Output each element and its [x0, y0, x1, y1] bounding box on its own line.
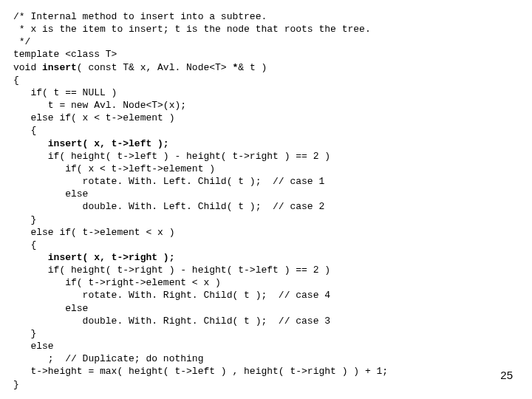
code-line: t->height = max( height( t->left ) , hei…	[13, 366, 388, 377]
code-line: ; // Duplicate; do nothing	[13, 353, 203, 364]
code-line: */	[13, 36, 30, 47]
slide-page: /* Internal method to insert into a subt…	[0, 0, 532, 399]
code-line: if( t == NULL )	[13, 87, 117, 98]
code-line: else if( t->element < x )	[13, 227, 174, 238]
code-line: if( height( t->left ) - height( t->right…	[13, 151, 330, 162]
code-line: if( x < t->left->element )	[13, 163, 215, 174]
code-line: rotate. With. Left. Child( t ); // case …	[13, 176, 324, 187]
page-number: 25	[500, 368, 513, 383]
code-line: rotate. With. Right. Child( t ); // case…	[13, 290, 330, 301]
code-line: else	[13, 341, 54, 352]
code-line: }	[13, 328, 36, 339]
code-line: double. With. Left. Child( t ); // case …	[13, 201, 324, 212]
code-line: else if( x < t->element )	[13, 112, 174, 123]
code-line: insert( x, t->left );	[13, 138, 169, 149]
code-line: void insert( const T& x, Avl. Node<T> *&…	[13, 62, 267, 73]
code-block: /* Internal method to insert into a subt…	[13, 10, 519, 391]
code-line: insert( x, t->right );	[13, 252, 174, 263]
code-line: if( t->right->element < x )	[13, 277, 221, 288]
code-line: {	[13, 125, 36, 136]
code-line: }	[13, 214, 36, 225]
code-line: else	[13, 303, 88, 314]
code-line: /* Internal method to insert into a subt…	[13, 11, 267, 22]
code-line: template <class T>	[13, 49, 117, 60]
code-line: if( height( t->right ) - height( t->left…	[13, 265, 330, 276]
code-line: double. With. Right. Child( t ); // case…	[13, 316, 330, 327]
code-line: * x is the item to insert; t is the node…	[13, 24, 371, 35]
code-line: {	[13, 239, 36, 250]
code-line: t = new Avl. Node<T>(x);	[13, 100, 186, 111]
code-line: else	[13, 188, 88, 200]
code-line: {	[13, 75, 19, 86]
code-line: }	[13, 379, 19, 390]
